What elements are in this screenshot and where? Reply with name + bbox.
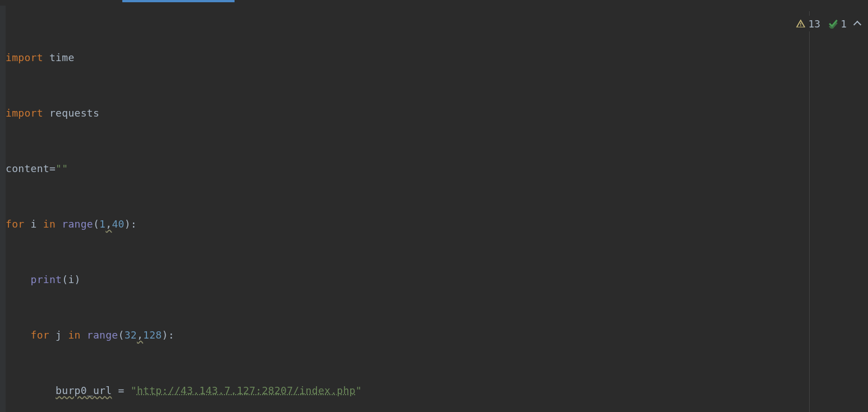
paren: ): [162,329,174,341]
editor-area[interactable]: import time import requests content="" f… [0,6,868,412]
variable: burp0_url [56,385,112,396]
chevron-up-icon [853,21,861,29]
gutter [0,6,6,412]
comma: , [137,329,143,341]
code-line[interactable]: import time [6,48,868,67]
code-line[interactable]: burp0_url = "http://43.143.7.127:28207/i… [6,381,868,400]
keyword-for: for [6,218,24,230]
number: 128 [143,329,162,341]
code-line[interactable]: for i in range(1,40): [6,215,868,233]
paren: ) [75,274,81,285]
builtin-range: range [81,329,118,341]
paren: ( [62,274,68,285]
inspections-widget[interactable]: 13 1 [792,16,864,31]
indent [6,274,31,285]
variable: i [68,274,74,285]
indent [6,385,56,396]
keyword-in: in [68,329,80,341]
ok-number: 1 [841,18,847,30]
operator: = [49,163,56,174]
ok-count[interactable]: 1 [828,18,847,30]
url-string: http://43.143.7.127:28207/index.php [137,385,356,396]
builtin-print: print [31,274,62,285]
module-name: time [43,52,75,63]
string: "" [56,163,68,174]
operator: = [112,385,130,396]
check-icon [828,18,838,29]
code-line[interactable]: print(i) [6,270,868,289]
variable: j [49,329,68,341]
quote: " [131,385,137,396]
code-line[interactable]: for j in range(32,128): [6,326,868,344]
variable: i [24,218,43,230]
keyword-for: for [31,329,49,341]
warnings-number: 13 [808,18,820,30]
number: 1 [99,218,105,230]
module-name: requests [43,107,99,119]
keyword-import: import [6,107,43,119]
code-line[interactable]: content="" [6,159,868,178]
builtin-range: range [56,218,93,230]
code-line[interactable]: import requests [6,104,868,122]
warning-icon [796,18,806,29]
paren: ( [93,218,99,230]
keyword-in: in [43,218,56,230]
code-content[interactable]: import time import requests content="" f… [6,11,868,412]
keyword-import: import [6,52,43,63]
indent [6,329,31,341]
active-tab-indicator [122,0,235,2]
number: 40 [112,218,124,230]
prev-highlight-button[interactable] [855,20,860,27]
variable: content [6,163,49,174]
number: 32 [125,329,137,341]
warnings-count[interactable]: 13 [796,18,820,30]
paren: ): [125,218,137,230]
quote: " [356,385,362,396]
paren: ( [118,329,125,341]
comma: , [105,218,112,230]
